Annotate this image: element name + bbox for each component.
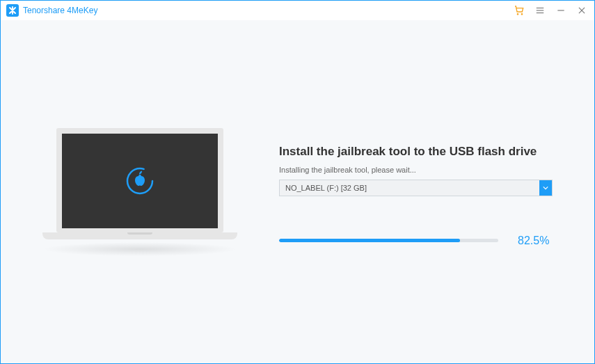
svg-point-2 [521, 14, 522, 15]
progress-pane: Install the jailbreak tool to the USB fl… [279, 138, 594, 247]
drive-select-value: NO_LABEL (F:) [32 GB] [280, 180, 539, 196]
minimize-icon[interactable] [555, 5, 566, 16]
menu-icon[interactable] [534, 5, 546, 16]
illustration-pane [1, 128, 279, 256]
titlebar: Tenorshare 4MeKey [1, 1, 594, 20]
cart-icon[interactable] [514, 5, 525, 16]
main-heading: Install the jailbreak tool to the USB fl… [279, 145, 553, 159]
drive-select[interactable]: NO_LABEL (F:) [32 GB] [279, 180, 553, 196]
laptop-shadow [42, 242, 237, 256]
titlebar-left: Tenorshare 4MeKey [6, 4, 97, 17]
close-icon[interactable] [576, 5, 587, 16]
status-text: Installing the jailbreak tool, please wa… [279, 166, 553, 174]
laptop-base [42, 232, 237, 239]
chevron-down-icon[interactable] [539, 180, 552, 196]
laptop-illustration [42, 128, 237, 256]
titlebar-controls [514, 5, 587, 16]
progress-bar [279, 239, 498, 242]
progress-percent: 82.5% [518, 235, 553, 247]
progress-fill [279, 239, 460, 242]
app-logo-icon [6, 4, 19, 17]
laptop-screen [56, 128, 223, 232]
svg-point-1 [517, 14, 518, 15]
content-area: Install the jailbreak tool to the USB fl… [1, 20, 594, 364]
progress-row: 82.5% [279, 235, 553, 247]
app-title: Tenorshare 4MeKey [23, 6, 97, 15]
spinner-apple-icon [123, 164, 157, 198]
